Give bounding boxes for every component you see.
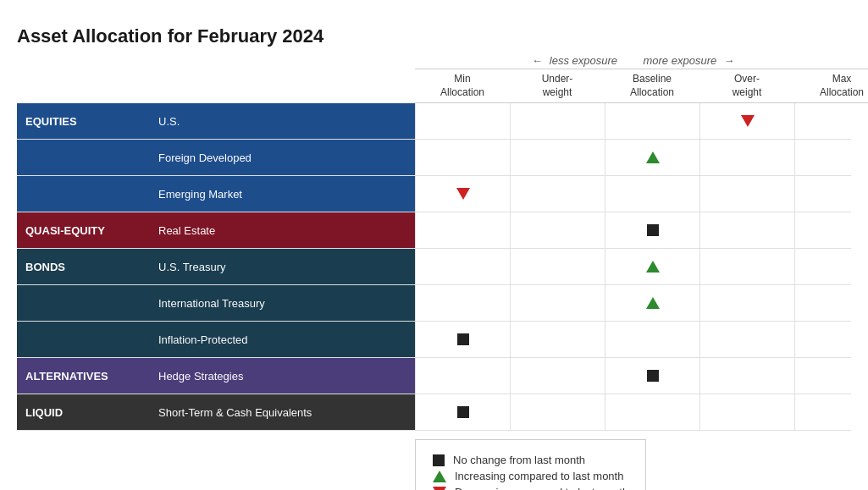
triangle-up-icon xyxy=(433,471,446,482)
category-label: LIQUID xyxy=(17,394,148,430)
subcategory-label: Inflation-Protected xyxy=(148,322,415,357)
subcategory-label: Short-Term & Cash Equivalents xyxy=(148,394,415,430)
data-cell-over xyxy=(699,322,794,357)
legend-item: Decreasing compared to last month xyxy=(433,486,628,490)
table-row: ALTERNATIVESHedge Strategies xyxy=(17,358,851,394)
data-cell-baseline xyxy=(605,285,699,321)
data-cell-under xyxy=(510,103,605,139)
data-cell-baseline xyxy=(605,140,699,175)
category-label: EQUITIES xyxy=(17,103,148,139)
data-cell-over xyxy=(699,285,794,321)
data-cell-over xyxy=(699,176,794,212)
data-cell-baseline xyxy=(605,394,699,430)
col-header-over: Over-weight xyxy=(699,69,794,102)
data-cell-min xyxy=(415,322,510,357)
square-icon xyxy=(457,333,469,345)
category-label: BONDS xyxy=(17,249,148,284)
less-exposure-label: less exposure xyxy=(550,54,617,67)
data-cell-baseline xyxy=(605,322,699,357)
data-cell-min xyxy=(415,176,510,212)
data-cell-under xyxy=(510,140,605,175)
data-cell-min xyxy=(415,212,510,248)
data-cell-under xyxy=(510,394,605,430)
triangle-down-icon xyxy=(433,487,446,490)
triangle-up-icon xyxy=(646,261,660,273)
col-header-max: MaxAllocation xyxy=(794,69,868,102)
data-cell-under xyxy=(510,358,605,394)
table-row: BONDSU.S. Treasury xyxy=(17,249,851,285)
triangle-up-icon xyxy=(646,151,660,163)
legend-text: Decreasing compared to last month xyxy=(455,486,628,490)
data-cell-max xyxy=(794,358,868,394)
data-cell-under xyxy=(510,285,605,321)
data-cell-over xyxy=(699,103,794,139)
subcategory-label: Emerging Market xyxy=(148,176,415,212)
data-cell-baseline xyxy=(605,212,699,248)
data-cell-baseline xyxy=(605,176,699,212)
category-label: QUASI-EQUITY xyxy=(17,212,148,248)
data-cell-min xyxy=(415,140,510,175)
arrow-left-icon: ← xyxy=(532,54,543,67)
data-cell-baseline xyxy=(605,103,699,139)
triangle-up-icon xyxy=(646,297,660,309)
table-row: QUASI-EQUITYReal Estate xyxy=(17,212,851,249)
category-label xyxy=(17,140,148,175)
square-icon xyxy=(647,370,659,382)
allocation-table: EQUITIESU.S.Foreign DevelopedEmerging Ma… xyxy=(17,103,851,431)
arrow-right-icon: → xyxy=(723,54,734,67)
category-label xyxy=(17,322,148,357)
data-cell-under xyxy=(510,212,605,248)
data-cell-over xyxy=(699,358,794,394)
category-label xyxy=(17,176,148,212)
legend-text: Increasing compared to last month xyxy=(455,470,623,482)
data-cell-max xyxy=(794,176,868,212)
col-header-under: Under-weight xyxy=(510,69,605,102)
arrow-header: ← less exposure more exposure → xyxy=(415,54,851,67)
category-label xyxy=(17,285,148,321)
data-cell-max xyxy=(794,103,868,139)
data-cell-over xyxy=(699,249,794,284)
subcategory-label: International Treasury xyxy=(148,285,415,321)
data-cell-over xyxy=(699,140,794,175)
square-icon xyxy=(433,454,445,466)
data-cell-max xyxy=(794,394,868,430)
table-row: International Treasury xyxy=(17,285,851,322)
data-cell-max xyxy=(794,140,868,175)
subcategory-label: U.S. Treasury xyxy=(148,249,415,284)
table-row: LIQUIDShort-Term & Cash Equivalents xyxy=(17,394,851,431)
data-cell-under xyxy=(510,322,605,357)
data-cell-min xyxy=(415,394,510,430)
col-header-min: MinAllocation xyxy=(415,69,510,102)
subcategory-label: Foreign Developed xyxy=(148,140,415,175)
data-cell-over xyxy=(699,212,794,248)
legend: No change from last monthIncreasing comp… xyxy=(415,439,646,490)
data-cell-min xyxy=(415,249,510,284)
category-label: ALTERNATIVES xyxy=(17,358,148,394)
data-cell-max xyxy=(794,322,868,357)
subcategory-label: Real Estate xyxy=(148,212,415,248)
square-icon xyxy=(647,224,659,236)
data-cell-min xyxy=(415,103,510,139)
data-cell-max xyxy=(794,285,868,321)
data-cell-under xyxy=(510,176,605,212)
data-cell-min xyxy=(415,285,510,321)
triangle-down-icon xyxy=(456,188,470,200)
table-row: EQUITIESU.S. xyxy=(17,103,851,140)
legend-item: Increasing compared to last month xyxy=(433,470,628,482)
table-row: Inflation-Protected xyxy=(17,322,851,358)
data-cell-min xyxy=(415,358,510,394)
data-cell-under xyxy=(510,249,605,284)
triangle-down-icon xyxy=(741,115,755,127)
square-icon xyxy=(457,406,469,418)
table-row: Emerging Market xyxy=(17,176,851,212)
legend-item: No change from last month xyxy=(433,454,628,466)
data-cell-baseline xyxy=(605,249,699,284)
data-cell-max xyxy=(794,212,868,248)
data-cell-over xyxy=(699,394,794,430)
more-exposure-label: more exposure xyxy=(643,54,716,67)
col-header-baseline: BaselineAllocation xyxy=(605,69,699,102)
subcategory-label: U.S. xyxy=(148,103,415,139)
data-cell-baseline xyxy=(605,358,699,394)
subcategory-label: Hedge Strategies xyxy=(148,358,415,394)
legend-text: No change from last month xyxy=(453,454,585,466)
